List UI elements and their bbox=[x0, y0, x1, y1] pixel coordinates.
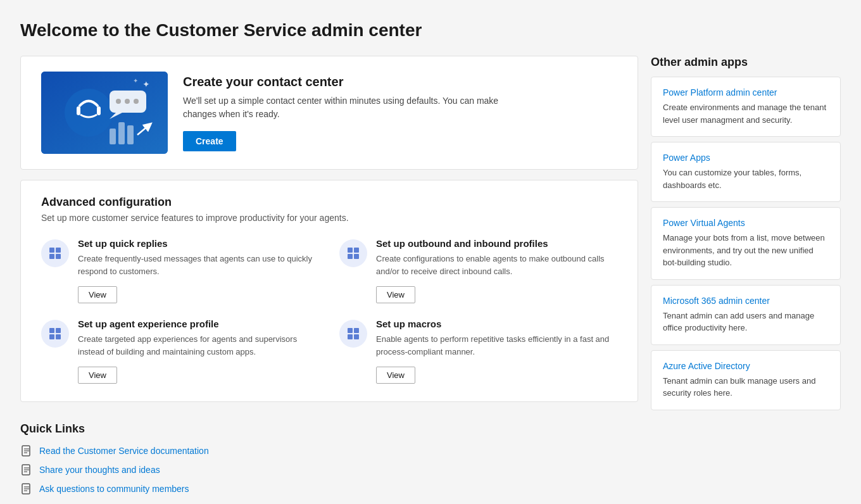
quick-links-section: Quick Links Read the Customer Service do… bbox=[20, 422, 638, 495]
svg-rect-3 bbox=[97, 106, 101, 115]
svg-rect-23 bbox=[56, 328, 61, 333]
right-column: Other admin apps Power Platform admin ce… bbox=[651, 56, 841, 415]
page-title: Welcome to the Customer Service admin ce… bbox=[20, 20, 841, 41]
agent-experience-title: Set up agent experience profile bbox=[78, 318, 319, 329]
macros-icon bbox=[339, 320, 367, 348]
admin-app-desc-m365: Tenant admin can add users and manage of… bbox=[663, 310, 829, 334]
quick-replies-desc: Create frequently-used messages that age… bbox=[78, 253, 319, 277]
config-item-macros: Set up macros Enable agents to perform r… bbox=[339, 318, 617, 384]
quick-replies-title: Set up quick replies bbox=[78, 238, 319, 249]
svg-rect-27 bbox=[354, 328, 359, 333]
ideas-icon bbox=[20, 463, 33, 476]
quick-link-item-docs: Read the Customer Service documentation bbox=[20, 444, 638, 457]
hero-content: Create your contact center We'll set up … bbox=[183, 75, 531, 151]
quick-links-title: Quick Links bbox=[20, 422, 638, 436]
quick-link-docs[interactable]: Read the Customer Service documentation bbox=[39, 446, 209, 456]
svg-rect-2 bbox=[77, 106, 80, 115]
svg-rect-29 bbox=[354, 334, 359, 339]
svg-rect-19 bbox=[354, 248, 359, 253]
admin-app-card-power-platform: Power Platform admin center Create envir… bbox=[651, 77, 841, 137]
hero-illustration: ✦ ✦ bbox=[41, 72, 168, 154]
admin-app-desc-power-platform: Create environments and manage the tenan… bbox=[663, 101, 829, 126]
community-icon bbox=[20, 482, 33, 495]
admin-app-link-power-virtual-agents[interactable]: Power Virtual Agents bbox=[663, 218, 829, 228]
config-item-agent-experience: Set up agent experience profile Create t… bbox=[41, 318, 319, 384]
quick-replies-icon bbox=[41, 239, 69, 267]
svg-rect-14 bbox=[49, 248, 54, 253]
config-item-outbound-inbound: Set up outbound and inbound profiles Cre… bbox=[339, 238, 617, 303]
agent-experience-desc: Create targeted app experiences for agen… bbox=[78, 333, 319, 358]
outbound-inbound-title: Set up outbound and inbound profiles bbox=[376, 238, 617, 249]
svg-rect-20 bbox=[348, 254, 353, 259]
outbound-inbound-view-button[interactable]: View bbox=[376, 286, 415, 303]
quick-link-ideas[interactable]: Share your thoughts and ideas bbox=[39, 465, 160, 475]
svg-rect-17 bbox=[56, 254, 61, 259]
advanced-config-title: Advanced configuration bbox=[41, 196, 617, 209]
admin-app-desc-power-virtual-agents: Manage your bots from a list, move betwe… bbox=[663, 232, 829, 269]
admin-app-link-azure-ad[interactable]: Azure Active Directory bbox=[663, 361, 829, 371]
svg-rect-24 bbox=[49, 334, 54, 339]
config-text-outbound-inbound: Set up outbound and inbound profiles Cre… bbox=[376, 238, 617, 303]
svg-rect-22 bbox=[49, 328, 54, 333]
admin-app-card-azure-ad: Azure Active Directory Tenant admin can … bbox=[651, 350, 841, 410]
svg-point-1 bbox=[65, 89, 113, 137]
admin-app-desc-power-apps: You can customize your tables, forms, da… bbox=[663, 167, 829, 191]
svg-rect-26 bbox=[348, 328, 353, 333]
svg-point-7 bbox=[134, 99, 139, 104]
other-admin-title: Other admin apps bbox=[651, 56, 841, 69]
left-column: ✦ ✦ bbox=[20, 56, 638, 495]
outbound-inbound-desc: Create configurations to enable agents t… bbox=[376, 253, 617, 277]
agent-experience-icon bbox=[41, 320, 69, 348]
admin-app-card-power-apps: Power Apps You can customize your tables… bbox=[651, 142, 841, 202]
macros-view-button[interactable]: View bbox=[376, 367, 415, 384]
svg-text:✦: ✦ bbox=[133, 77, 138, 84]
svg-rect-16 bbox=[49, 254, 54, 259]
svg-rect-21 bbox=[354, 254, 359, 259]
hero-title: Create your contact center bbox=[183, 75, 531, 89]
config-text-agent-experience: Set up agent experience profile Create t… bbox=[78, 318, 319, 384]
svg-rect-28 bbox=[348, 334, 353, 339]
svg-rect-15 bbox=[56, 248, 61, 253]
admin-app-link-power-platform[interactable]: Power Platform admin center bbox=[663, 87, 829, 98]
macros-desc: Enable agents to perform repetitive task… bbox=[376, 333, 617, 358]
config-text-macros: Set up macros Enable agents to perform r… bbox=[376, 318, 617, 384]
svg-point-6 bbox=[125, 99, 130, 104]
admin-app-card-m365: Microsoft 365 admin center Tenant admin … bbox=[651, 285, 841, 345]
agent-experience-view-button[interactable]: View bbox=[78, 367, 117, 384]
svg-rect-11 bbox=[110, 129, 116, 144]
svg-rect-13 bbox=[127, 125, 134, 144]
outbound-inbound-icon bbox=[339, 239, 367, 267]
svg-text:✦: ✦ bbox=[142, 79, 150, 89]
hero-card: ✦ ✦ bbox=[20, 56, 638, 170]
quick-links-list: Read the Customer Service documentation … bbox=[20, 444, 638, 495]
svg-point-5 bbox=[116, 99, 121, 104]
config-item-quick-replies: Set up quick replies Create frequently-u… bbox=[41, 238, 319, 303]
admin-app-link-m365[interactable]: Microsoft 365 admin center bbox=[663, 296, 829, 306]
admin-app-desc-azure-ad: Tenant admin can bulk manage users and s… bbox=[663, 375, 829, 400]
svg-rect-18 bbox=[348, 248, 353, 253]
create-button[interactable]: Create bbox=[183, 131, 236, 151]
docs-icon bbox=[20, 444, 33, 457]
config-text-quick-replies: Set up quick replies Create frequently-u… bbox=[78, 238, 319, 303]
hero-description: We'll set up a simple contact center wit… bbox=[183, 94, 531, 121]
advanced-config-card: Advanced configuration Set up more custo… bbox=[20, 180, 638, 402]
advanced-config-description: Set up more customer service features to… bbox=[41, 213, 617, 223]
admin-app-link-power-apps[interactable]: Power Apps bbox=[663, 153, 829, 163]
svg-rect-25 bbox=[56, 334, 61, 339]
quick-link-item-ideas: Share your thoughts and ideas bbox=[20, 463, 638, 476]
admin-app-card-power-virtual-agents: Power Virtual Agents Manage your bots fr… bbox=[651, 207, 841, 280]
quick-replies-view-button[interactable]: View bbox=[78, 286, 117, 303]
quick-link-community[interactable]: Ask questions to community members bbox=[39, 484, 189, 494]
svg-rect-12 bbox=[118, 122, 125, 144]
macros-title: Set up macros bbox=[376, 318, 617, 329]
config-grid: Set up quick replies Create frequently-u… bbox=[41, 238, 617, 384]
quick-link-item-community: Ask questions to community members bbox=[20, 482, 638, 495]
